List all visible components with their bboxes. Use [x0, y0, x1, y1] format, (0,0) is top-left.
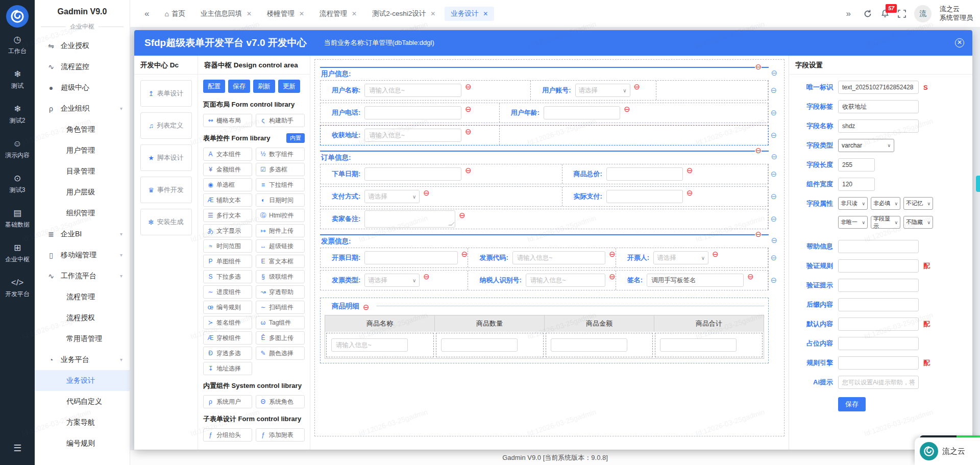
component-button[interactable]: Θ系统角色: [256, 395, 305, 408]
component-button[interactable]: ∼进度组件: [203, 285, 252, 299]
subtable-cell-input[interactable]: [660, 338, 737, 352]
tab-2[interactable]: 楼幢管理✕: [261, 7, 310, 21]
field-select[interactable]: 请选择∨: [364, 274, 420, 287]
component-button[interactable]: E富文本框: [256, 255, 305, 268]
config-button[interactable]: 配置: [203, 80, 225, 93]
component-button[interactable]: Æ穿梭组件: [203, 331, 252, 345]
component-button[interactable]: ◉单选框: [203, 178, 252, 191]
component-button[interactable]: ≈时间范围: [203, 239, 252, 253]
delete-group-icon[interactable]: ⊖: [755, 146, 762, 154]
component-button[interactable]: ✎颜色选择: [256, 347, 305, 360]
settings-input[interactable]: [838, 298, 919, 311]
sidebar-item-15[interactable]: ◔业务平台▾: [35, 349, 130, 370]
canvas-row-0-2[interactable]: 收获地址:请输入信息~⊖⊖: [320, 125, 769, 145]
field-input[interactable]: 调用手写板签名: [647, 274, 744, 287]
settings-input[interactable]: 120: [838, 178, 875, 191]
settings-attr-select[interactable]: 字段显示∨: [871, 216, 900, 229]
field-input[interactable]: [606, 190, 683, 203]
settings-attr-select[interactable]: 非必填∨: [871, 197, 900, 210]
rail-item-1[interactable]: ❄测试: [5, 69, 30, 90]
remove-group-icon[interactable]: ⊖: [771, 236, 777, 244]
component-button[interactable]: ↦附件上传: [256, 224, 305, 237]
script-design-button[interactable]: ★脚本设计: [140, 144, 192, 171]
component-button[interactable]: ≻签名组件: [203, 316, 252, 329]
tab-5[interactable]: 业务设计✕: [445, 7, 494, 21]
sidebar-item-9[interactable]: ≣企业BI▾: [35, 224, 130, 244]
canvas-row-1-0[interactable]: 下单日期:⊖商品总价:⊖⊖: [320, 164, 769, 184]
component-button[interactable]: Ê多图上传: [256, 331, 305, 345]
component-button[interactable]: ½数字组件: [256, 148, 305, 161]
tab-close-icon[interactable]: ✕: [352, 10, 357, 17]
component-button[interactable]: あ文字显示: [203, 224, 252, 237]
form-design-button[interactable]: ↥表单设计: [140, 80, 192, 107]
component-button[interactable]: ↧地址选择: [203, 362, 252, 375]
rail-item-2[interactable]: ❄测试2: [5, 104, 30, 125]
subtable-cell-input[interactable]: [441, 338, 518, 352]
settings-input[interactable]: [838, 259, 919, 273]
component-button[interactable]: ƒ分组抬头: [203, 428, 252, 442]
field-select[interactable]: 请选择∨: [364, 190, 420, 203]
field-input[interactable]: 请输入信息~: [512, 251, 605, 264]
component-button[interactable]: ☰多行文本: [203, 209, 252, 222]
field-input[interactable]: [364, 251, 457, 264]
update-button[interactable]: 更新: [278, 80, 300, 93]
component-button[interactable]: P单图组件: [203, 255, 252, 268]
sidebar-subitem-17[interactable]: 代码自定义: [35, 391, 130, 412]
settings-attr-select[interactable]: 不隐藏∨: [903, 216, 933, 229]
delete-field-icon[interactable]: ⊖: [609, 250, 616, 258]
rail-item-3[interactable]: ☺演示内容: [5, 139, 30, 160]
delete-field-icon[interactable]: ⊖: [465, 105, 472, 113]
delete-field-icon[interactable]: ⊖: [465, 83, 472, 90]
component-button[interactable]: ∼扫码组件: [256, 301, 305, 314]
save-button[interactable]: 保存: [228, 80, 250, 93]
field-select[interactable]: 请选择∨: [653, 251, 708, 264]
install-generate-button[interactable]: ✻安装生成: [140, 209, 192, 235]
canvas-row-1-1[interactable]: 支付方式:请选择∨⊖实际支付:⊖⊖: [320, 186, 769, 207]
component-button[interactable]: ↔超级链接: [256, 239, 305, 253]
delete-field-icon[interactable]: ⊖: [747, 273, 754, 280]
settings-input[interactable]: shdz: [838, 119, 919, 133]
delete-field-icon[interactable]: ⊖: [465, 128, 472, 135]
settings-config-link[interactable]: 配: [923, 261, 930, 271]
field-input[interactable]: [364, 106, 461, 119]
fullscreen-icon[interactable]: [898, 10, 906, 18]
settings-select[interactable]: varchar∨: [838, 139, 894, 152]
component-button[interactable]: §级联组件: [256, 270, 305, 283]
field-textarea[interactable]: [364, 210, 455, 228]
settings-config-link[interactable]: 配: [923, 358, 930, 368]
delete-field-icon[interactable]: ⊖: [687, 189, 693, 197]
canvas-row-2-1[interactable]: 发票类型:请选择∨⊖纳税人识别号:请输入信息~⊖签名:调用手写板签名⊖⊖: [320, 270, 769, 290]
sidebar-subitem-18[interactable]: 方案导航: [35, 412, 130, 433]
sidebar-subitem-13[interactable]: 流程授权: [35, 307, 130, 328]
delete-field-icon[interactable]: ⊖: [423, 189, 430, 197]
delete-field-icon[interactable]: ⊖: [423, 273, 430, 280]
settings-input[interactable]: text_20251027162852428: [838, 81, 919, 94]
component-button[interactable]: ≡下拉组件: [256, 178, 305, 191]
sidebar-subitem-6[interactable]: 目录管理: [35, 161, 130, 182]
settings-attr-select[interactable]: 非唯一∨: [838, 216, 868, 229]
sidebar-item-10[interactable]: ▯移动端管理▾: [35, 244, 130, 265]
delete-field-icon[interactable]: ⊖: [461, 250, 468, 258]
component-button[interactable]: ◐日期时间: [256, 193, 305, 207]
sidebar-subitem-12[interactable]: 流程管理: [35, 286, 130, 307]
component-button[interactable]: ¥金额组件: [203, 163, 252, 176]
rail-item-6[interactable]: ⊞企业中枢: [5, 243, 30, 264]
delete-group-icon[interactable]: ⊖: [755, 230, 762, 238]
field-input[interactable]: 请输入信息~: [364, 129, 461, 142]
remove-row-icon[interactable]: ⊖: [770, 254, 777, 261]
chat-widget[interactable]: 流之云: [915, 437, 980, 465]
subtable-cell-input[interactable]: [551, 338, 627, 352]
remove-row-icon[interactable]: ⊖: [770, 276, 777, 284]
delete-field-icon[interactable]: ⊖: [459, 211, 465, 219]
component-button[interactable]: ωTag组件: [256, 316, 305, 329]
settings-attr-select[interactable]: 非只读∨: [838, 197, 868, 210]
field-input[interactable]: [544, 106, 620, 119]
user-avatar[interactable]: 流: [914, 5, 932, 22]
collapse-menu-icon[interactable]: ☰: [0, 443, 35, 454]
delete-group-icon[interactable]: ⊖: [755, 63, 762, 70]
tab-close-icon[interactable]: ✕: [483, 10, 488, 17]
sidebar-item-3[interactable]: ρ企业组织▾: [35, 98, 130, 119]
component-button[interactable]: ƒ添加附表: [256, 428, 305, 442]
tab-close-icon[interactable]: ✕: [247, 10, 252, 17]
remove-row-icon[interactable]: ⊖: [770, 131, 777, 139]
